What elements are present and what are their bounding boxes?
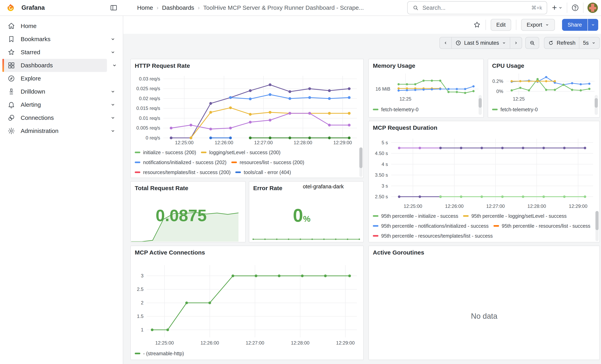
svg-text:12:28:00: 12:28:00 — [291, 340, 310, 345]
memory-usage-chart[interactable]: 12:2516 MiB — [370, 70, 482, 102]
time-back-button[interactable] — [440, 37, 452, 49]
zoom-out-button[interactable] — [525, 37, 539, 49]
legend-item[interactable]: initialize - success (200) — [135, 148, 196, 157]
mcp-active-connections-chart[interactable]: 12:25:0012:26:0012:27:0012:28:0012:29:00… — [132, 259, 362, 346]
legend-scrollbar-thumb[interactable] — [359, 148, 362, 168]
error-rate-value: 0% — [293, 205, 311, 226]
svg-text:0.02 req/s: 0.02 req/s — [139, 96, 160, 101]
breadcrumb: Home›Dashboards›ToolHive MCP Server & Pr… — [123, 4, 364, 11]
svg-text:1.5: 1.5 — [137, 314, 143, 319]
panel-title[interactable]: Active Goroutines — [369, 246, 599, 256]
breadcrumb-separator-icon: › — [157, 5, 158, 11]
plus-icon: + — [552, 4, 557, 12]
panel-title[interactable]: CPU Usage — [488, 59, 599, 69]
panel-title[interactable]: Total Request Rate — [131, 182, 245, 192]
svg-text:0.025 req/s: 0.025 req/s — [136, 86, 160, 91]
sidebar-item-starred[interactable]: Starred — [2, 46, 119, 59]
legend-item[interactable]: tools/call - error (404) — [235, 167, 291, 177]
clock-icon — [455, 40, 461, 46]
http-request-rate-chart[interactable]: 12:25:0012:26:0012:27:0012:28:0012:29:00… — [132, 72, 362, 146]
legend-item[interactable]: tools/list - success (200) — [202, 177, 264, 178]
panel-total-request-rate: Total Request Rate 0.0875 — [130, 181, 246, 242]
header-actions: Search... ⌘+k + — [407, 1, 601, 14]
svg-text:0%: 0% — [496, 89, 503, 94]
sidebar-item-explore[interactable]: Explore — [2, 72, 119, 85]
search-input[interactable]: Search... ⌘+k — [407, 1, 547, 14]
dashboard-canvas: Last 5 minutes Refresh — [123, 34, 601, 364]
legend-item[interactable]: 95th percentile - resources/list - succe… — [493, 221, 591, 231]
sidebar-item-home[interactable]: Home — [2, 20, 119, 33]
svg-text:12:25: 12:25 — [400, 96, 411, 101]
legend-scrollbar-thumb[interactable] — [479, 98, 482, 108]
breadcrumb-item[interactable]: Dashboards — [162, 4, 194, 11]
search-icon — [412, 5, 419, 11]
legend-item[interactable]: 95th percentile - notifications/initiali… — [373, 221, 489, 231]
chevron-right-icon — [514, 41, 518, 45]
sidebar-item-connections[interactable]: Connections — [2, 111, 119, 124]
legend-item[interactable]: unknown - success (200) — [269, 177, 332, 178]
svg-text:2.5: 2.5 — [137, 286, 143, 292]
cpu-usage-chart[interactable]: 12:250.2%0% — [489, 70, 599, 102]
svg-text:12:29:00: 12:29:00 — [333, 140, 352, 145]
divider — [486, 20, 486, 30]
svg-text:5 s: 5 s — [381, 140, 388, 145]
legend-item[interactable]: 95th percentile - resources/templates/li… — [373, 231, 493, 241]
legend-item[interactable]: resources/templates/list - success (200) — [135, 167, 230, 177]
svg-text:12:27:00: 12:27:00 — [246, 340, 264, 345]
panel-title[interactable]: MCP Request Duration — [369, 121, 599, 132]
legend-item[interactable]: tools/call - success (200) — [135, 177, 198, 178]
svg-text:0.2%: 0.2% — [492, 79, 503, 84]
refresh-interval-picker[interactable]: 5s — [579, 37, 600, 49]
help-button[interactable] — [571, 4, 579, 12]
sidebar-item-administration[interactable]: Administration — [2, 124, 119, 138]
legend-item[interactable]: fetch-telemetry-0 — [373, 105, 419, 114]
user-avatar[interactable] — [588, 3, 598, 13]
svg-text:16 MiB: 16 MiB — [375, 86, 390, 92]
panel-error-rate: Error Rate otel-grafana-dark 0% — [249, 181, 364, 242]
time-range-picker[interactable]: Last 5 minutes — [451, 37, 510, 49]
add-new-button[interactable]: + — [552, 4, 563, 12]
legend-swatch — [135, 353, 140, 354]
legend-item[interactable]: resources/list - success (200) — [231, 157, 304, 167]
breadcrumb-item[interactable]: Home — [137, 4, 153, 11]
panel-title[interactable]: Memory Usage — [369, 59, 483, 69]
refresh-button[interactable]: Refresh — [544, 37, 580, 49]
svg-text:12:25:00: 12:25:00 — [404, 204, 422, 209]
share-button[interactable]: Share — [562, 19, 588, 31]
mcp-request-duration-chart[interactable]: 12:25:0012:26:0012:27:0012:28:0012:29:00… — [371, 134, 599, 209]
home-icon — [8, 22, 15, 30]
legend-item[interactable]: - (streamable-http) — [135, 348, 184, 358]
edit-button[interactable]: Edit — [491, 19, 511, 31]
svg-text:0 req/s: 0 req/s — [146, 135, 160, 140]
legend-item[interactable]: fetch-telemetry-0 — [492, 105, 538, 114]
sidebar-item-alerting[interactable]: Alerting — [2, 98, 119, 111]
bell-icon — [8, 101, 15, 108]
floating-annotation: otel-grafana-dark — [303, 184, 344, 190]
chevron-down-icon — [110, 49, 116, 55]
sidebar-collapse-icon[interactable] — [110, 4, 118, 12]
export-button[interactable]: Export — [521, 19, 555, 31]
legend-scrollbar-thumb[interactable] — [595, 211, 599, 230]
legend-item[interactable]: 95th percentile - logging/setLevel - suc… — [463, 211, 567, 221]
sidebar-item-bookmarks[interactable]: Bookmarks — [2, 33, 119, 46]
legend-scrollbar-thumb[interactable] — [595, 98, 598, 108]
chevron-down-icon — [591, 41, 596, 45]
legend-item[interactable]: 95th percentile - initialize - success — [373, 211, 458, 221]
svg-text:12:25:00: 12:25:00 — [175, 140, 193, 145]
legend-swatch — [135, 162, 140, 163]
no-data-message: No data — [369, 312, 599, 321]
svg-text:1: 1 — [141, 327, 143, 332]
panel-title[interactable]: HTTP Request Rate — [131, 59, 363, 69]
legend-item[interactable]: logging/setLevel - success (200) — [201, 148, 281, 157]
sidebar-item-drilldown[interactable]: Drilldown — [2, 85, 119, 98]
share-options-button[interactable] — [588, 19, 598, 31]
svg-text:12:25:00: 12:25:00 — [155, 340, 174, 345]
favorite-star-icon[interactable] — [473, 21, 481, 29]
legend-item[interactable]: notifications/initialized - success (202… — [135, 157, 227, 167]
cpu-usage-legend: fetch-telemetry-0 — [492, 105, 590, 114]
time-forward-button[interactable] — [510, 37, 522, 49]
panel-title[interactable]: MCP Active Connections — [131, 246, 363, 256]
zoom-out-icon — [529, 40, 535, 46]
svg-text:12:26:00: 12:26:00 — [200, 340, 219, 345]
sidebar-item-dashboards[interactable]: Dashboards — [2, 59, 107, 72]
